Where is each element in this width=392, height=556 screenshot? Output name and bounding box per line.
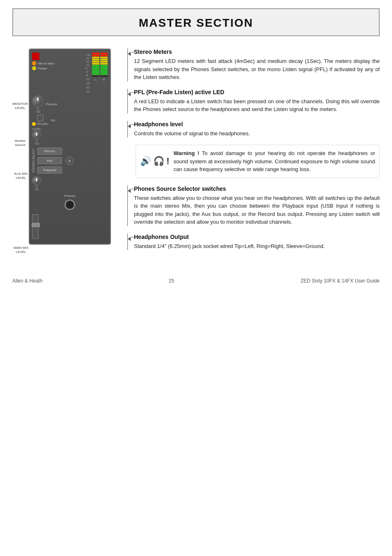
warning-icons: 🔊 🎧 !: [140, 149, 169, 174]
headphone-level-knob[interactable]: [32, 130, 41, 139]
pfl-afl-label: PFL/AFL: [37, 123, 48, 125]
stereo-meters-body: 12 Segment LED meters with fast attack (…: [134, 57, 380, 81]
main-content: MONITOR LEVEL Monitor Source AUX MIX LEV…: [12, 49, 380, 257]
monitor-level-knob[interactable]: [32, 95, 44, 107]
page-title: MASTER SECTION: [13, 16, 379, 30]
vu-meter-right: R: [100, 53, 108, 81]
aux-mix-level-label: AUX MIX LEVEL: [12, 172, 30, 180]
pfl-title: PFL (Pre-Fade Listen) active LED: [134, 89, 380, 95]
mixer-body: 48v to Mics Power +16: [29, 49, 111, 245]
48v-label: 48v to Mics: [38, 62, 54, 65]
warning-body: To avoid damage to your hearing do not o…: [173, 150, 375, 172]
headphone-icon: 🎧: [153, 156, 164, 167]
phones-source-title: Phones Source Selector switches: [134, 185, 380, 192]
annotation-phones-source: Phones Source Selector switches These sw…: [127, 185, 380, 226]
headphones-level-title: Headphones level: [134, 121, 380, 127]
headphones-output-body: Standard 1/4" (6.25mm) jack socket wired…: [134, 242, 380, 250]
vu-left-label: L: [92, 78, 99, 81]
stereo-meters-title: Stereo Meters: [134, 49, 380, 55]
playback-button[interactable]: Playback: [37, 167, 62, 174]
footer: Allen & Heath 25 ZED Sixty 10FX & 14FX U…: [12, 274, 380, 284]
annotation-headphones-output: Headphones Output Standard 1/4" (6.25mm)…: [127, 234, 380, 250]
annotation-pfl: PFL (Pre-Fade Listen) active LED A red L…: [127, 89, 380, 114]
monitor-level-label: MONITOR LEVEL: [12, 102, 28, 110]
annotation-headphones-level: Headphones level Controls the volume of …: [127, 121, 380, 138]
vu-meter-left: L: [92, 53, 99, 81]
warning-text-content: Warning ! To avoid damage to your hearin…: [173, 149, 375, 174]
pfl-body: A red LED to indicate a Listen switch ha…: [134, 97, 380, 114]
record-button[interactable]: Record: [37, 148, 62, 155]
mix-label: Mix: [51, 119, 55, 122]
monitor-switch[interactable]: [37, 115, 44, 121]
pfl-led: [32, 122, 36, 126]
power-label: Power: [38, 67, 47, 70]
phones-label: Phones: [46, 102, 57, 106]
exclamation-icon: !: [166, 156, 169, 167]
aux-button[interactable]: Aux: [37, 157, 62, 164]
footer-brand: Allen & Heath: [12, 278, 42, 284]
level-label: LEVEL: [32, 127, 41, 130]
plus-button[interactable]: +: [65, 157, 74, 165]
phones-bottom-label: Phones: [64, 194, 75, 198]
left-panel: MONITOR LEVEL Monitor Source AUX MIX LEV…: [12, 49, 123, 257]
annotation-stereo-meters: Stereo Meters 12 Segment LED meters with…: [127, 49, 380, 81]
power-led-square: [32, 53, 39, 60]
headphones-output-title: Headphones Output: [134, 234, 380, 240]
phones-source-body: These switches allow you to choose what …: [134, 194, 380, 226]
right-panel: Stereo Meters 12 Segment LED meters with…: [123, 49, 380, 257]
phones-jack: [65, 199, 75, 210]
warning-label: Warning !: [173, 150, 199, 156]
header-box: MASTER SECTION: [12, 8, 380, 36]
speaker-icon: 🔊: [140, 156, 151, 167]
main-mix-level-label: MAIN MIX LEVEL: [12, 246, 30, 254]
power-led: [32, 66, 36, 70]
aux-mix-knob[interactable]: [32, 176, 41, 185]
phones-section: Phones: [32, 194, 108, 210]
page: MASTER SECTION MONITOR LEVEL Monitor Sou…: [0, 0, 392, 556]
warning-box: 🔊 🎧 ! Warning ! To avoid damage to your …: [136, 145, 380, 178]
phones-select-label: PHONES SELECT: [32, 148, 35, 173]
footer-page: 25: [169, 278, 174, 284]
headphones-level-body: Controls the volume of signal to the hea…: [134, 130, 380, 138]
vu-right-label: R: [100, 78, 108, 81]
footer-product: ZED Sixty 10FX & 14FX User Guide: [300, 278, 380, 284]
monitor-source-label: Monitor Source: [12, 139, 28, 147]
48v-led: [32, 61, 36, 65]
